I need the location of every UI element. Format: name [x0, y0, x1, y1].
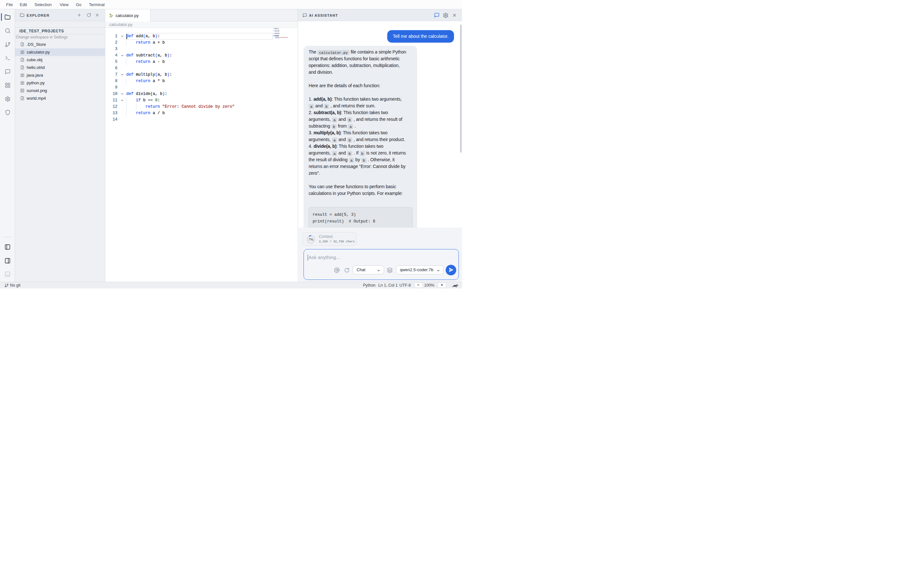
svg-text:7%: 7%	[309, 237, 313, 241]
